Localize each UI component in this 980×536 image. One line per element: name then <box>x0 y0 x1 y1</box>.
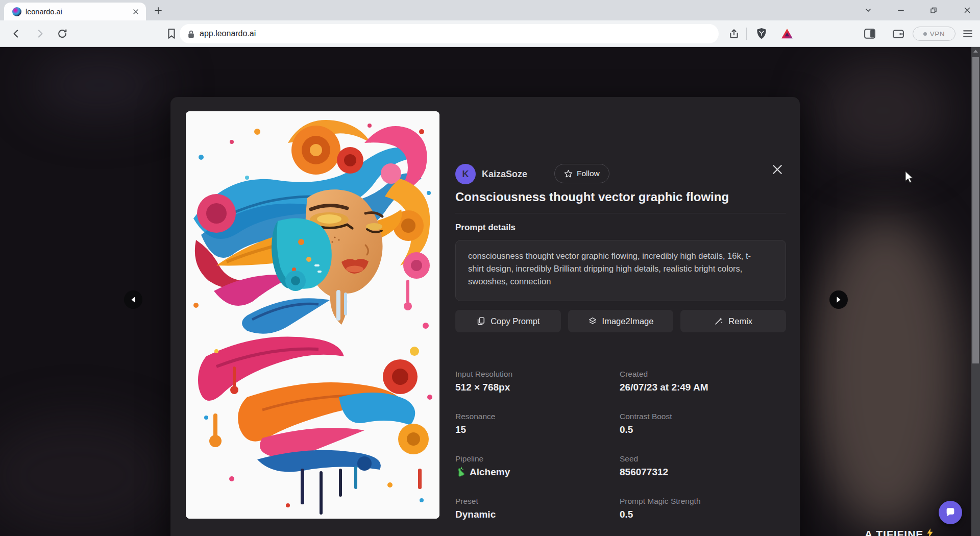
url-bar[interactable]: app.leonardo.ai <box>180 24 719 43</box>
star-icon <box>564 169 573 178</box>
remix-label: Remix <box>728 316 752 326</box>
prompt-box: consciousness thought vector graphic flo… <box>455 240 786 301</box>
spark-icon <box>926 528 934 536</box>
tab-bar: leonardo.ai <box>0 0 980 20</box>
next-image-button[interactable] <box>829 290 848 309</box>
mouse-cursor <box>903 170 915 184</box>
author-name[interactable]: KaizaSoze <box>482 169 527 180</box>
detail-preset: Preset Dynamic <box>455 497 619 520</box>
prompt-text: consciousness thought vector graphic flo… <box>468 250 756 288</box>
back-icon[interactable] <box>9 27 23 41</box>
share-icon[interactable] <box>727 27 741 41</box>
chat-icon <box>945 507 956 518</box>
alchemy-flask-icon <box>454 466 467 479</box>
page-background: K KaizaSoze Follow Consciousness thought… <box>0 47 980 536</box>
action-buttons-row: Copy Prompt Image2Image Remix <box>455 310 786 332</box>
vpn-button[interactable]: VPN <box>913 27 955 41</box>
vpn-label: VPN <box>930 30 945 38</box>
browser-window: leonardo.ai app.leona <box>0 0 980 536</box>
forward-icon[interactable] <box>33 27 47 41</box>
leonardo-favicon-icon <box>12 7 21 16</box>
arrow-right-icon <box>836 296 842 303</box>
tab-title: leonardo.ai <box>26 8 131 16</box>
toolbar-divider <box>746 28 747 40</box>
lock-icon <box>188 30 194 38</box>
background-blur-blob <box>0 415 174 536</box>
background-blur-blob <box>817 57 949 164</box>
image2image-label: Image2Image <box>602 316 654 326</box>
wallet-icon[interactable] <box>891 27 905 41</box>
prompt-details-heading: Prompt details <box>455 223 516 233</box>
close-icon[interactable] <box>769 161 786 178</box>
detail-pipeline: Pipeline Alchemy <box>455 454 619 478</box>
detail-contrast-boost: Contrast Boost 0.5 <box>620 412 783 435</box>
window-minimize-button[interactable] <box>894 4 908 16</box>
menu-icon[interactable] <box>961 27 975 41</box>
detail-created: Created 26/07/23 at 2:49 AM <box>620 370 783 393</box>
image-detail-modal: K KaizaSoze Follow Consciousness thought… <box>170 97 800 536</box>
generated-artwork-image[interactable] <box>186 111 439 519</box>
copy-icon <box>476 316 485 326</box>
tab-close-icon[interactable] <box>131 7 141 17</box>
arrow-left-icon <box>130 296 136 303</box>
window-restore-button[interactable] <box>927 4 940 16</box>
copy-prompt-label: Copy Prompt <box>491 316 540 326</box>
scrollbar-thumb[interactable] <box>972 57 979 363</box>
detail-input-resolution: Input Resolution 512 × 768px <box>455 370 619 393</box>
layers-icon <box>588 316 597 326</box>
window-close-button[interactable] <box>961 4 974 16</box>
detail-seed: Seed 856077312 <box>620 454 783 478</box>
copy-prompt-button[interactable]: Copy Prompt <box>455 310 561 332</box>
new-tab-button[interactable] <box>152 5 164 17</box>
background-blur-blob <box>31 52 168 118</box>
browser-tab[interactable]: leonardo.ai <box>4 3 146 20</box>
follow-label: Follow <box>577 169 600 178</box>
remix-button[interactable]: Remix <box>680 310 786 332</box>
reload-icon[interactable] <box>55 27 69 41</box>
url-text: app.leonardo.ai <box>200 29 256 38</box>
previous-image-button[interactable] <box>124 290 142 309</box>
video-watermark: A TIFIFINE <box>865 528 934 536</box>
support-chat-button[interactable] <box>939 501 962 524</box>
brave-shield-icon[interactable] <box>754 27 769 41</box>
vpn-status-dot <box>923 32 927 36</box>
avatar[interactable]: K <box>455 164 476 184</box>
divider <box>455 213 786 213</box>
sidebar-icon[interactable] <box>863 27 877 41</box>
bookmark-icon[interactable] <box>164 27 179 41</box>
background-blur-blob <box>812 215 960 532</box>
image-title: Consciousness thought vector graphic flo… <box>455 190 792 204</box>
detail-prompt-magic-strength: Prompt Magic Strength 0.5 <box>620 497 783 520</box>
detail-resonance: Resonance 15 <box>455 412 619 435</box>
scroll-up-icon[interactable] <box>973 49 978 53</box>
wand-icon <box>714 316 723 326</box>
tab-search-icon[interactable] <box>862 4 875 16</box>
follow-button[interactable]: Follow <box>554 164 609 183</box>
image2image-button[interactable]: Image2Image <box>568 310 674 332</box>
brave-rewards-icon[interactable] <box>780 27 794 41</box>
